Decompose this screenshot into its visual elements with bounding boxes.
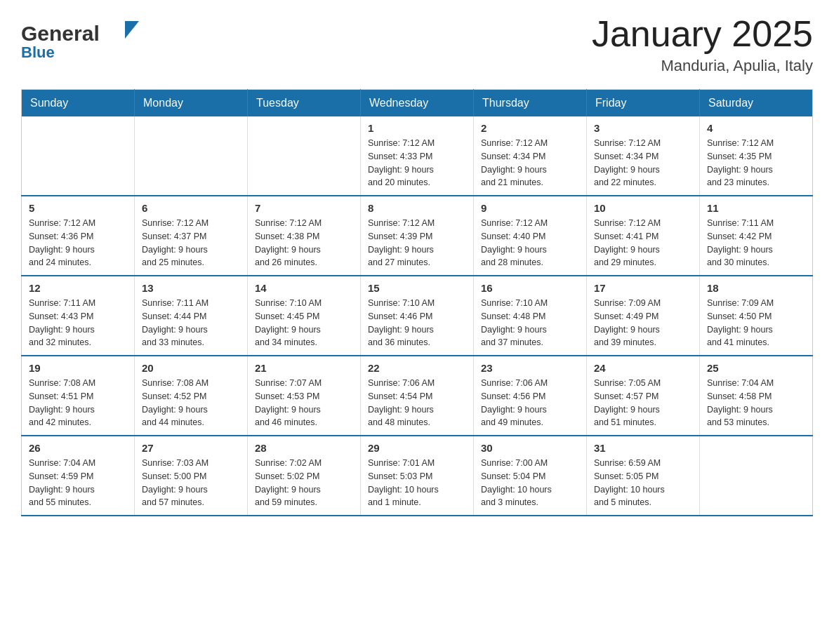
day-info: Sunrise: 7:08 AMSunset: 4:51 PMDaylight:… bbox=[29, 377, 127, 429]
day-info: Sunrise: 7:04 AMSunset: 4:58 PMDaylight:… bbox=[707, 377, 805, 429]
col-friday: Friday bbox=[587, 90, 700, 117]
table-row: 23Sunrise: 7:06 AMSunset: 4:56 PMDayligh… bbox=[474, 356, 587, 436]
table-row: 8Sunrise: 7:12 AMSunset: 4:39 PMDaylight… bbox=[361, 196, 474, 276]
day-info: Sunrise: 7:06 AMSunset: 4:56 PMDaylight:… bbox=[481, 377, 579, 429]
calendar-header-row: Sunday Monday Tuesday Wednesday Thursday… bbox=[22, 90, 813, 117]
day-number: 14 bbox=[255, 282, 353, 294]
table-row: 18Sunrise: 7:09 AMSunset: 4:50 PMDayligh… bbox=[700, 276, 813, 356]
table-row bbox=[700, 436, 813, 516]
col-saturday: Saturday bbox=[700, 90, 813, 117]
table-row bbox=[248, 116, 361, 196]
day-number: 7 bbox=[255, 202, 353, 214]
day-info: Sunrise: 7:03 AMSunset: 5:00 PMDaylight:… bbox=[142, 457, 240, 509]
day-number: 11 bbox=[707, 202, 805, 214]
table-row: 6Sunrise: 7:12 AMSunset: 4:37 PMDaylight… bbox=[135, 196, 248, 276]
calendar-week-row: 19Sunrise: 7:08 AMSunset: 4:51 PMDayligh… bbox=[22, 356, 813, 436]
day-number: 5 bbox=[29, 202, 127, 214]
day-info: Sunrise: 7:12 AMSunset: 4:37 PMDaylight:… bbox=[142, 217, 240, 269]
table-row: 16Sunrise: 7:10 AMSunset: 4:48 PMDayligh… bbox=[474, 276, 587, 356]
table-row: 30Sunrise: 7:00 AMSunset: 5:04 PMDayligh… bbox=[474, 436, 587, 516]
day-number: 22 bbox=[368, 362, 466, 374]
calendar-title: January 2025 bbox=[592, 14, 813, 54]
table-row: 7Sunrise: 7:12 AMSunset: 4:38 PMDaylight… bbox=[248, 196, 361, 276]
day-number: 31 bbox=[594, 442, 692, 454]
table-row: 5Sunrise: 7:12 AMSunset: 4:36 PMDaylight… bbox=[22, 196, 135, 276]
day-info: Sunrise: 7:11 AMSunset: 4:44 PMDaylight:… bbox=[142, 297, 240, 349]
day-info: Sunrise: 7:02 AMSunset: 5:02 PMDaylight:… bbox=[255, 457, 353, 509]
day-number: 17 bbox=[594, 282, 692, 294]
table-row: 13Sunrise: 7:11 AMSunset: 4:44 PMDayligh… bbox=[135, 276, 248, 356]
table-row: 27Sunrise: 7:03 AMSunset: 5:00 PMDayligh… bbox=[135, 436, 248, 516]
day-info: Sunrise: 7:04 AMSunset: 4:59 PMDaylight:… bbox=[29, 457, 127, 509]
day-info: Sunrise: 7:12 AMSunset: 4:41 PMDaylight:… bbox=[594, 217, 692, 269]
day-number: 16 bbox=[481, 282, 579, 294]
table-row: 15Sunrise: 7:10 AMSunset: 4:46 PMDayligh… bbox=[361, 276, 474, 356]
day-number: 2 bbox=[481, 122, 579, 134]
table-row bbox=[22, 116, 135, 196]
table-row: 10Sunrise: 7:12 AMSunset: 4:41 PMDayligh… bbox=[587, 196, 700, 276]
day-number: 4 bbox=[707, 122, 805, 134]
table-row: 25Sunrise: 7:04 AMSunset: 4:58 PMDayligh… bbox=[700, 356, 813, 436]
calendar-week-row: 1Sunrise: 7:12 AMSunset: 4:33 PMDaylight… bbox=[22, 116, 813, 196]
table-row: 22Sunrise: 7:06 AMSunset: 4:54 PMDayligh… bbox=[361, 356, 474, 436]
day-info: Sunrise: 7:09 AMSunset: 4:50 PMDaylight:… bbox=[707, 297, 805, 349]
page-header: General Blue January 2025 Manduria, Apul… bbox=[21, 14, 813, 75]
calendar-week-row: 5Sunrise: 7:12 AMSunset: 4:36 PMDaylight… bbox=[22, 196, 813, 276]
table-row: 1Sunrise: 7:12 AMSunset: 4:33 PMDaylight… bbox=[361, 116, 474, 196]
day-info: Sunrise: 7:09 AMSunset: 4:49 PMDaylight:… bbox=[594, 297, 692, 349]
day-info: Sunrise: 7:11 AMSunset: 4:43 PMDaylight:… bbox=[29, 297, 127, 349]
table-row: 3Sunrise: 7:12 AMSunset: 4:34 PMDaylight… bbox=[587, 116, 700, 196]
calendar-table: Sunday Monday Tuesday Wednesday Thursday… bbox=[21, 89, 813, 516]
day-info: Sunrise: 7:00 AMSunset: 5:04 PMDaylight:… bbox=[481, 457, 579, 509]
col-tuesday: Tuesday bbox=[248, 90, 361, 117]
day-number: 13 bbox=[142, 282, 240, 294]
table-row: 11Sunrise: 7:11 AMSunset: 4:42 PMDayligh… bbox=[700, 196, 813, 276]
col-monday: Monday bbox=[135, 90, 248, 117]
day-number: 1 bbox=[368, 122, 466, 134]
table-row: 28Sunrise: 7:02 AMSunset: 5:02 PMDayligh… bbox=[248, 436, 361, 516]
day-info: Sunrise: 7:01 AMSunset: 5:03 PMDaylight:… bbox=[368, 457, 466, 509]
day-info: Sunrise: 7:10 AMSunset: 4:46 PMDaylight:… bbox=[368, 297, 466, 349]
table-row: 31Sunrise: 6:59 AMSunset: 5:05 PMDayligh… bbox=[587, 436, 700, 516]
calendar-subtitle: Manduria, Apulia, Italy bbox=[592, 57, 813, 75]
table-row: 19Sunrise: 7:08 AMSunset: 4:51 PMDayligh… bbox=[22, 356, 135, 436]
day-number: 29 bbox=[368, 442, 466, 454]
day-number: 25 bbox=[707, 362, 805, 374]
day-number: 19 bbox=[29, 362, 127, 374]
day-number: 27 bbox=[142, 442, 240, 454]
day-info: Sunrise: 7:12 AMSunset: 4:39 PMDaylight:… bbox=[368, 217, 466, 269]
day-number: 30 bbox=[481, 442, 579, 454]
day-info: Sunrise: 7:12 AMSunset: 4:36 PMDaylight:… bbox=[29, 217, 127, 269]
col-sunday: Sunday bbox=[22, 90, 135, 117]
logo: General Blue bbox=[21, 14, 147, 66]
day-number: 24 bbox=[594, 362, 692, 374]
table-row: 4Sunrise: 7:12 AMSunset: 4:35 PMDaylight… bbox=[700, 116, 813, 196]
table-row: 2Sunrise: 7:12 AMSunset: 4:34 PMDaylight… bbox=[474, 116, 587, 196]
day-info: Sunrise: 7:12 AMSunset: 4:40 PMDaylight:… bbox=[481, 217, 579, 269]
table-row bbox=[135, 116, 248, 196]
svg-text:General: General bbox=[21, 22, 100, 45]
day-info: Sunrise: 7:06 AMSunset: 4:54 PMDaylight:… bbox=[368, 377, 466, 429]
calendar-week-row: 12Sunrise: 7:11 AMSunset: 4:43 PMDayligh… bbox=[22, 276, 813, 356]
table-row: 26Sunrise: 7:04 AMSunset: 4:59 PMDayligh… bbox=[22, 436, 135, 516]
day-number: 15 bbox=[368, 282, 466, 294]
table-row: 24Sunrise: 7:05 AMSunset: 4:57 PMDayligh… bbox=[587, 356, 700, 436]
table-row: 29Sunrise: 7:01 AMSunset: 5:03 PMDayligh… bbox=[361, 436, 474, 516]
svg-marker-1 bbox=[125, 21, 139, 39]
table-row: 9Sunrise: 7:12 AMSunset: 4:40 PMDaylight… bbox=[474, 196, 587, 276]
day-info: Sunrise: 6:59 AMSunset: 5:05 PMDaylight:… bbox=[594, 457, 692, 509]
day-number: 8 bbox=[368, 202, 466, 214]
day-info: Sunrise: 7:10 AMSunset: 4:45 PMDaylight:… bbox=[255, 297, 353, 349]
table-row: 21Sunrise: 7:07 AMSunset: 4:53 PMDayligh… bbox=[248, 356, 361, 436]
day-number: 26 bbox=[29, 442, 127, 454]
day-info: Sunrise: 7:12 AMSunset: 4:34 PMDaylight:… bbox=[481, 137, 579, 189]
title-block: January 2025 Manduria, Apulia, Italy bbox=[592, 14, 813, 75]
table-row: 17Sunrise: 7:09 AMSunset: 4:49 PMDayligh… bbox=[587, 276, 700, 356]
table-row: 20Sunrise: 7:08 AMSunset: 4:52 PMDayligh… bbox=[135, 356, 248, 436]
day-number: 12 bbox=[29, 282, 127, 294]
day-info: Sunrise: 7:10 AMSunset: 4:48 PMDaylight:… bbox=[481, 297, 579, 349]
day-info: Sunrise: 7:12 AMSunset: 4:35 PMDaylight:… bbox=[707, 137, 805, 189]
day-number: 9 bbox=[481, 202, 579, 214]
day-info: Sunrise: 7:12 AMSunset: 4:34 PMDaylight:… bbox=[594, 137, 692, 189]
day-number: 28 bbox=[255, 442, 353, 454]
